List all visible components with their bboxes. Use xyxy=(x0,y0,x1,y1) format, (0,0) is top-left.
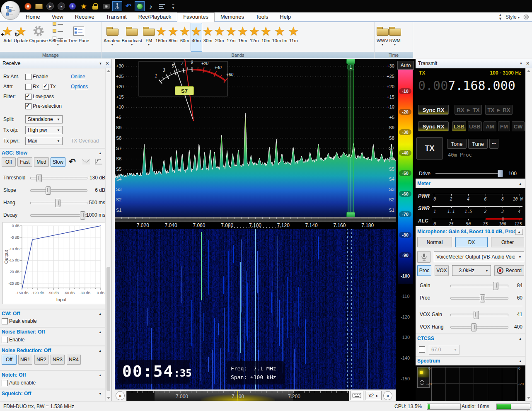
meter-section-header[interactable]: Meter▴ xyxy=(416,179,525,188)
ribbon-item-rwm[interactable]: RWM▾ xyxy=(389,23,401,52)
attn-tx-checkbox[interactable] xyxy=(43,84,49,90)
decay-slider[interactable] xyxy=(30,214,87,217)
lock-icon[interactable] xyxy=(90,1,100,11)
threshold-slider-handle[interactable] xyxy=(36,174,42,182)
transmit-collapse-icon[interactable]: ▾ xyxy=(520,61,522,65)
sync-rx-frequency-button[interactable]: Sync RX xyxy=(418,105,449,115)
receive-close-icon[interactable]: × xyxy=(106,60,109,67)
gear-icon[interactable] xyxy=(523,14,530,20)
ribbon-item-60m[interactable]: ★60m xyxy=(179,23,191,52)
audio-device-select[interactable]: VoiceMeeter Output (VB-Audio Voice... ▼ xyxy=(434,251,524,262)
vox-toggle-button[interactable]: VOX xyxy=(435,265,449,276)
ribbon-item-15m[interactable]: ★15m xyxy=(237,23,249,52)
mode-am-button[interactable]: AM xyxy=(484,121,496,131)
spectrum-on-radio[interactable] xyxy=(420,371,423,374)
agc-med[interactable]: Med xyxy=(34,157,49,167)
ribbon-item-12m[interactable]: ★12m xyxy=(249,23,260,52)
pre-selection-checkbox[interactable] xyxy=(25,103,31,109)
lifebuoy-icon[interactable] xyxy=(23,1,33,11)
slope-slider[interactable] xyxy=(30,189,87,192)
ribbon-item-10m[interactable]: ★10m xyxy=(260,23,272,52)
spectrum-off-radio[interactable] xyxy=(420,380,424,385)
transmit-scrollbar[interactable] xyxy=(525,68,532,401)
tab-view[interactable]: View xyxy=(46,12,69,22)
mode-cw-button[interactable]: CW xyxy=(512,121,525,131)
agc-slow[interactable]: Slow xyxy=(51,157,65,167)
ctcss-enable-checkbox[interactable] xyxy=(419,346,425,353)
agc-undo-icon[interactable]: ↶ xyxy=(69,157,76,166)
record-button[interactable]: Record xyxy=(494,265,524,276)
transmit-frequency-display[interactable]: 0.007.168.000 xyxy=(418,78,515,93)
agc-section-header[interactable]: AGC: Slow▴ xyxy=(0,148,105,157)
more-options-button[interactable]: ••• xyxy=(489,139,498,149)
notch-auto-checkbox[interactable] xyxy=(2,380,8,386)
slope-slider-handle[interactable] xyxy=(46,186,51,195)
mic-tab-dx[interactable]: DX xyxy=(455,237,488,247)
ribbon-item-amateur[interactable]: Amateur▾ xyxy=(103,23,121,52)
tx-pwr-select[interactable]: Max▼ xyxy=(25,137,63,145)
ribbon-item-broadcast[interactable]: Broadcast▾ xyxy=(121,23,143,52)
auto-range-button[interactable]: Auto xyxy=(397,61,414,70)
ribbon-item-wwv[interactable]: WWV▾ xyxy=(376,23,389,52)
tune-button[interactable]: Tune xyxy=(468,139,488,149)
mic-select-button[interactable] xyxy=(417,251,430,263)
nr-nr2[interactable]: NR2 xyxy=(34,355,48,365)
tab-tools[interactable]: Tools xyxy=(250,12,274,22)
tab-favourites[interactable]: Favourites xyxy=(177,12,215,22)
peak-enable-checkbox[interactable] xyxy=(2,318,8,324)
frequency-axis[interactable]: 7.0207.0407.0607.0807.1007.1207.1407.160… xyxy=(115,217,396,229)
mode-fm-button[interactable]: FM xyxy=(498,121,510,131)
low-pass-checkbox[interactable] xyxy=(25,94,31,100)
agc-curve-icon[interactable] xyxy=(94,158,103,165)
proc-toggle-button[interactable]: Proc xyxy=(417,265,431,276)
tx-to-rx-button[interactable]: TX ► RX xyxy=(485,105,513,115)
tx-op-select[interactable]: High pwr▼ xyxy=(25,126,63,134)
mic-tab-normal[interactable]: Normal xyxy=(417,237,452,247)
enabled-icon[interactable] xyxy=(135,1,145,11)
ribbon-item-update[interactable]: ★↻Update xyxy=(13,23,29,52)
tab-receive[interactable]: Receive xyxy=(69,12,100,22)
music-icon[interactable]: ♪ xyxy=(146,1,156,11)
tab-transmit[interactable]: Transmit xyxy=(100,12,133,22)
hang-slider-handle[interactable] xyxy=(55,199,60,207)
agc-fast[interactable]: Fast xyxy=(17,157,32,167)
ribbon-item-10mfm[interactable]: ★10m fm xyxy=(272,23,288,52)
vox-hang-slider-handle[interactable] xyxy=(471,323,476,331)
ribbon-item-20m[interactable]: ★20m xyxy=(214,23,225,52)
transmit-button[interactable]: TX xyxy=(416,137,443,160)
antenna-icon[interactable] xyxy=(112,1,122,11)
agc-preset-icon[interactable] xyxy=(82,159,90,165)
microphone-section-header[interactable]: Microphone: Gain 84, Boost 10.0 dB, Proc… xyxy=(416,227,525,236)
mic-scroll-up-button[interactable]: ▲ xyxy=(515,229,523,235)
ctcss-section-header[interactable]: CTCSS▴ xyxy=(416,334,525,343)
camera-icon[interactable] xyxy=(101,1,111,11)
ribbon-item-30m[interactable]: ★30m xyxy=(202,23,214,52)
ribbon-item-add[interactable]: ★+Add xyxy=(2,23,13,52)
more-icon[interactable]: –▾ xyxy=(168,1,178,11)
ribbon-item-160m[interactable]: ★160m xyxy=(155,23,167,52)
attn-rx-checkbox[interactable] xyxy=(25,84,31,90)
ribbon-item-11m[interactable]: ★11m xyxy=(288,23,299,52)
scroll-right-button[interactable]: » xyxy=(383,391,392,400)
folder-icon[interactable] xyxy=(34,1,44,11)
keyboard-entry-button[interactable] xyxy=(350,391,363,400)
options-link[interactable]: Options xyxy=(71,84,88,89)
tx-bandwidth-select[interactable]: 3.0kHz ▼ xyxy=(452,265,491,276)
threshold-slider[interactable] xyxy=(30,177,87,179)
resize-grip[interactable]: ⋰ xyxy=(527,406,531,411)
mic-tab-other[interactable]: Other xyxy=(491,237,524,247)
ribbon-item-80m[interactable]: ★80m xyxy=(167,23,179,52)
sync-rx-mode-button[interactable]: Sync RX xyxy=(418,121,449,131)
noise-reduction-section-header[interactable]: Noise Reduction: Off▴ xyxy=(0,346,105,355)
rx-ant-enable-checkbox[interactable] xyxy=(25,74,31,80)
drive-slider[interactable] xyxy=(435,173,503,174)
ribbon-item-selection[interactable]: Selection▾ xyxy=(48,23,68,52)
notch-section-header[interactable]: Notch: Off▴ xyxy=(0,370,105,379)
agc-off[interactable]: Off xyxy=(2,157,16,167)
nr-nr3[interactable]: NR3 xyxy=(51,355,65,365)
noise-blanker-section-header[interactable]: Noise Blanker: Off▴ xyxy=(0,327,105,336)
zoom-button[interactable]: x2▸ xyxy=(365,391,382,400)
add-icon[interactable]: + xyxy=(68,1,77,11)
transmit-close-icon[interactable]: × xyxy=(526,60,530,67)
ribbon-item-40m[interactable]: ★40m xyxy=(191,23,202,52)
